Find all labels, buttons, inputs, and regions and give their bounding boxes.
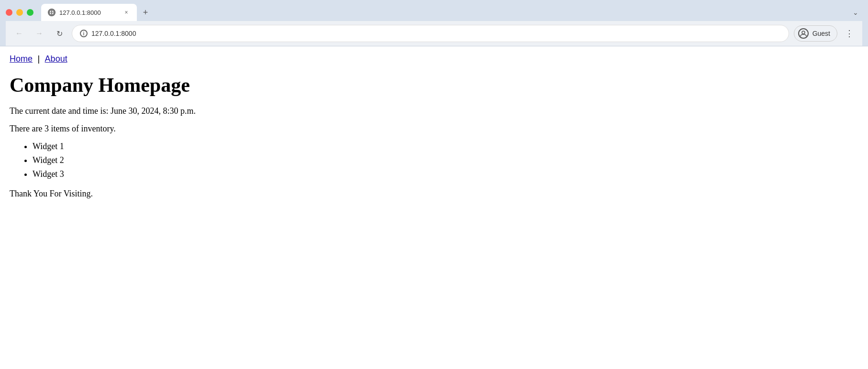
- new-tab-button[interactable]: +: [139, 6, 152, 19]
- maximize-window-button[interactable]: [27, 9, 33, 16]
- profile-button[interactable]: Guest: [794, 25, 837, 42]
- tab-favicon-icon: [48, 9, 56, 16]
- nav-links: Home | About: [10, 54, 858, 64]
- profile-avatar-icon: [798, 28, 809, 39]
- window-controls: [6, 9, 33, 16]
- tab-title: 127.0.0.1:8000: [59, 9, 119, 16]
- close-window-button[interactable]: [6, 9, 12, 16]
- url-text: 127.0.0.1:8000: [91, 30, 781, 37]
- profile-label: Guest: [812, 30, 830, 37]
- browser-menu-button[interactable]: ⋮: [842, 26, 857, 41]
- reload-button[interactable]: ↻: [52, 26, 67, 41]
- about-link[interactable]: About: [45, 54, 67, 64]
- list-item: Widget 2: [33, 155, 858, 165]
- page-title: Company Homepage: [10, 74, 858, 97]
- home-link[interactable]: Home: [10, 54, 33, 64]
- address-bar-row: ← → ↻ i 127.0.0.1:8000 Guest ⋮: [6, 21, 862, 46]
- tab-dropdown-icon[interactable]: ⌄: [849, 7, 862, 18]
- forward-arrow-icon: →: [35, 29, 43, 38]
- active-tab[interactable]: 127.0.0.1:8000 ×: [41, 4, 137, 21]
- browser-chrome: 127.0.0.1:8000 × + ⌄ ← → ↻ i 127.0.0.1:8…: [0, 0, 868, 46]
- site-info-icon: i: [80, 30, 88, 37]
- inventory-count-line: There are 3 items of inventory.: [10, 124, 858, 134]
- list-item: Widget 1: [33, 141, 858, 152]
- nav-separator: |: [37, 54, 40, 64]
- close-tab-button[interactable]: ×: [122, 9, 130, 16]
- address-bar[interactable]: i 127.0.0.1:8000: [72, 25, 789, 42]
- reload-icon: ↻: [56, 29, 63, 38]
- minimize-window-button[interactable]: [16, 9, 23, 16]
- back-button[interactable]: ←: [11, 26, 27, 41]
- list-item: Widget 3: [33, 169, 858, 179]
- page-content: Home | About Company Homepage The curren…: [0, 46, 868, 206]
- tab-bar: 127.0.0.1:8000 × + ⌄: [6, 4, 862, 21]
- svg-point-2: [802, 31, 805, 34]
- forward-button[interactable]: →: [32, 26, 47, 41]
- inventory-list: Widget 1 Widget 2 Widget 3: [33, 141, 858, 179]
- date-line: The current date and time is: June 30, 2…: [10, 106, 858, 116]
- back-arrow-icon: ←: [15, 29, 23, 38]
- thank-you-text: Thank You For Visiting.: [10, 189, 858, 199]
